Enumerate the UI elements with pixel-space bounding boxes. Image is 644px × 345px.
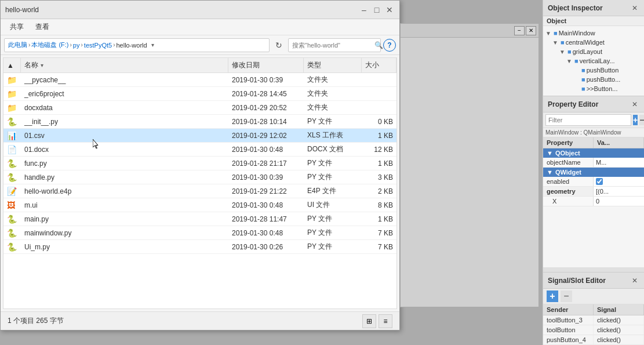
tree-item[interactable]: ■ pushButto... [543, 75, 644, 84]
minimize-button[interactable]: – [359, 5, 369, 15]
moddate-col-header[interactable]: 修改日期 [228, 58, 304, 72]
file-type-cell: 文件夹 [304, 87, 362, 100]
help-button[interactable]: ? [383, 39, 396, 52]
object-inspector-close[interactable]: ✕ [630, 3, 639, 13]
signal-row[interactable]: toolButton clicked() [543, 325, 644, 335]
prop-value-geometry[interactable]: [(0... [594, 187, 644, 196]
right-panel: Object Inspector ✕ Object ▼ ■ MainWindow… [543, 0, 644, 345]
file-explorer-window: hello-world – □ ✕ 共享 查看 此电脑 › 本地磁盘 (F:) … [0, 0, 400, 331]
table-row[interactable]: 📁 _eric6project 2019-01-28 14:45 文件夹 [3, 87, 396, 101]
refresh-button[interactable]: ↻ [272, 38, 286, 52]
table-row[interactable]: 📁 docxdata 2019-01-29 20:52 文件夹 [3, 101, 396, 115]
file-size-cell: 12 KB [362, 143, 396, 156]
file-icon: 🐍 [7, 117, 17, 126]
file-icon-cell: 🐍 [3, 226, 21, 239]
tree-item[interactable]: ▼ ■ centralWidget [543, 38, 644, 47]
table-row[interactable]: 🐍 main.py 2019-01-28 11:47 PY 文件 1 KB [3, 212, 396, 226]
object-tree: ▼ ■ MainWindow ▼ ■ centralWidget ▼ ■ gri… [543, 26, 644, 96]
list-view-button[interactable]: ≡ [379, 314, 392, 328]
file-size-cell: 1 KB [362, 157, 396, 170]
table-row[interactable]: 🐍 handle.py 2019-01-30 0:39 PY 文件 3 KB [3, 170, 396, 184]
file-icon: 🐍 [7, 215, 17, 224]
tree-item[interactable]: ■ >>Button... [543, 84, 644, 93]
tree-node-icon: ■ [581, 76, 585, 83]
type-col-header[interactable]: 类型 [304, 58, 362, 72]
property-editor-title: Property Editor [548, 100, 598, 108]
tree-node-icon: ■ [554, 30, 558, 37]
up-arrow-icon: ▲ [7, 61, 14, 70]
size-col-header[interactable]: 大小 [362, 58, 396, 72]
file-area: ▲ 名称 ▾ 修改日期 类型 大小 📁 [1, 55, 399, 311]
signal-col-signal: Signal [594, 304, 644, 315]
property-scrollbar[interactable] [543, 267, 644, 272]
file-icon: 🐍 [7, 173, 17, 182]
bc-py[interactable]: py [73, 42, 80, 49]
signal-sender-cell: toolButton_3 [543, 315, 594, 325]
signal-editor-close[interactable]: ✕ [630, 276, 639, 285]
property-row-geometry[interactable]: geometry [(0... [543, 187, 644, 197]
menu-share[interactable]: 共享 [5, 21, 28, 33]
file-type-cell: PY 文件 [304, 212, 362, 226]
grid-view-button[interactable]: ⊞ [362, 314, 376, 328]
menu-view[interactable]: 查看 [31, 21, 54, 33]
table-row[interactable]: 📁 __pycache__ 2019-01-30 0:39 文件夹 [3, 73, 396, 87]
property-row-enabled[interactable]: enabled [543, 177, 644, 187]
bc-drive[interactable]: 本地磁盘 (F:) [31, 41, 68, 49]
signal-remove-button[interactable]: − [561, 290, 572, 302]
signal-row[interactable]: toolButton_3 clicked() [543, 315, 644, 325]
signal-toolbar: + − [543, 289, 644, 304]
file-moddate-cell: 2019-01-28 10:14 [228, 115, 304, 128]
file-icon-cell: 🐍 [3, 170, 21, 184]
tree-item[interactable]: ▼ ■ verticalLay... [543, 56, 644, 66]
signal-row[interactable]: pushButton_4 clicked() [543, 335, 644, 345]
tree-item[interactable]: ▼ ■ gridLayout [543, 47, 644, 56]
bg-win-minimize[interactable]: − [514, 26, 525, 35]
close-button[interactable]: ✕ [384, 5, 395, 15]
property-row-x[interactable]: X 0 [543, 197, 644, 206]
bc-testpyqt5[interactable]: testPyQt5 [84, 42, 112, 49]
file-size-cell: 0 KB [362, 115, 396, 128]
table-row[interactable]: 🐍 mainwindow.py 2019-01-30 0:48 PY 文件 7 … [3, 226, 396, 240]
file-moddate-cell: 2019-01-28 21:17 [228, 157, 304, 170]
bc-computer[interactable]: 此电脑 [8, 41, 27, 49]
maximize-button[interactable]: □ [372, 5, 382, 15]
tree-item[interactable]: ■ pushButton [543, 66, 644, 75]
tree-node-icon: ■ [561, 39, 565, 46]
table-row[interactable]: 📝 hello-world.e4p 2019-01-29 21:22 E4P 文… [3, 184, 396, 198]
bg-win-close[interactable]: ✕ [526, 26, 536, 35]
file-icon: 📊 [7, 131, 17, 140]
table-row[interactable]: 🐍 __init__.py 2019-01-28 10:14 PY 文件 0 K… [3, 115, 396, 129]
prop-name-enabled: enabled [543, 177, 594, 186]
table-row[interactable]: 🐍 Ui_m.py 2019-01-30 0:26 PY 文件 7 KB [3, 240, 396, 254]
file-size-cell: 1 KB [362, 129, 396, 142]
name-col-header[interactable]: 名称 ▾ [21, 58, 228, 72]
prop-name-geometry: geometry [543, 187, 594, 196]
tree-item[interactable]: ▼ ■ MainWindow [543, 28, 644, 38]
signal-sender-cell: pushButton_4 [543, 335, 594, 344]
file-type-cell: PY 文件 [304, 115, 362, 128]
prop-value-objectname[interactable]: M... [594, 158, 644, 167]
table-row[interactable]: 📄 01.docx 2019-01-30 0:48 DOCX 文档 12 KB [3, 143, 396, 157]
table-row[interactable]: 🖼 m.ui 2019-01-30 0:48 UI 文件 8 KB [3, 198, 396, 212]
prop-value-enabled[interactable] [594, 177, 644, 186]
property-row-objectname[interactable]: objectName M... [543, 158, 644, 168]
tree-arrow-icon: ▼ [566, 58, 573, 64]
tree-arrow-icon: ▼ [545, 30, 552, 37]
signal-add-button[interactable]: + [547, 290, 558, 302]
property-editor-close[interactable]: ✕ [630, 100, 639, 109]
file-moddate-cell: 2019-01-30 0:48 [228, 143, 304, 156]
breadcrumb-dropdown-button[interactable]: ▾ [148, 41, 158, 50]
file-size-cell: 3 KB [362, 170, 396, 184]
search-input[interactable] [292, 42, 372, 49]
enabled-checkbox[interactable] [596, 178, 603, 185]
property-filter-input[interactable] [545, 114, 631, 126]
file-moddate-cell: 2019-01-30 0:48 [228, 226, 304, 239]
file-size-cell: 7 KB [362, 226, 396, 239]
table-row[interactable]: 🐍 func.py 2019-01-28 21:17 PY 文件 1 KB [3, 157, 396, 170]
property-filter-add-button[interactable]: + [633, 115, 638, 125]
table-row[interactable]: 📊 01.csv 2019-01-29 12:02 XLS 工作表 1 KB [3, 129, 396, 143]
prop-value-x[interactable]: 0 [594, 197, 644, 206]
property-filter-remove-button[interactable]: − [639, 115, 644, 125]
signal-table: toolButton_3 clicked() toolButton clicke… [543, 315, 644, 345]
file-moddate-cell: 2019-01-30 0:48 [228, 198, 304, 212]
